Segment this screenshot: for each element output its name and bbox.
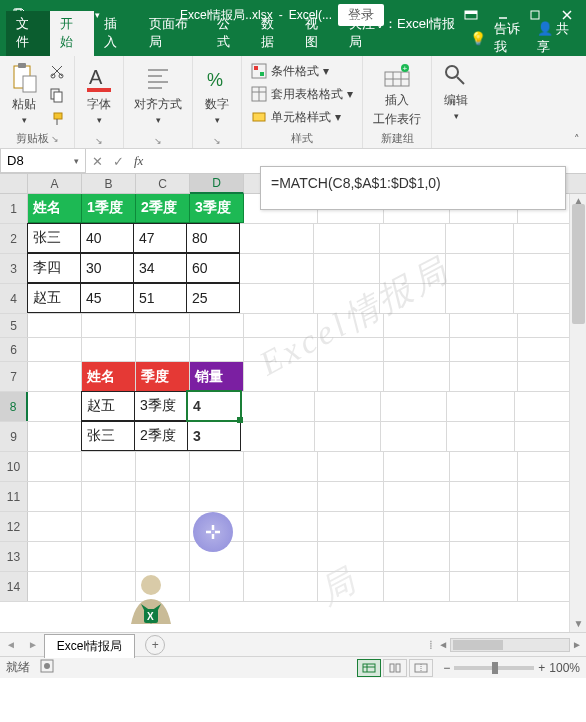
number-launcher-icon[interactable]: ↘ bbox=[213, 136, 221, 146]
tab-formulas[interactable]: 公式 bbox=[207, 11, 251, 56]
cell[interactable]: 季度 bbox=[136, 362, 190, 391]
row-header[interactable]: 7 bbox=[0, 362, 28, 391]
share-button[interactable]: 👤 共享 bbox=[537, 20, 578, 56]
tell-me-icon[interactable]: 💡 bbox=[470, 31, 486, 46]
cell[interactable]: 李四 bbox=[27, 253, 81, 283]
cell[interactable]: 姓名 bbox=[28, 194, 82, 223]
cell-style-button[interactable]: 单元格样式 ▾ bbox=[248, 106, 356, 128]
font-button[interactable]: A字体▾ bbox=[81, 60, 117, 127]
tab-attention[interactable]: 关注V：Excel情报局 bbox=[339, 11, 469, 56]
conditional-format-button[interactable]: 条件格式 ▾ bbox=[248, 60, 356, 82]
sheet-tab[interactable]: Excel情报局 bbox=[44, 634, 135, 658]
table-format-button[interactable]: 套用表格格式 ▾ bbox=[248, 83, 356, 105]
tab-home[interactable]: 开始 bbox=[50, 11, 94, 56]
paste-button[interactable]: 粘贴▾ bbox=[6, 60, 42, 127]
cell[interactable]: 赵五 bbox=[27, 283, 81, 313]
spreadsheet-grid[interactable]: Excel情报局 局 A B C D E F G H 1 姓名 1季度 2季度 … bbox=[0, 174, 586, 632]
zoom-slider[interactable] bbox=[454, 666, 534, 670]
fx-icon[interactable]: fx bbox=[134, 153, 143, 169]
cell[interactable]: 40 bbox=[80, 223, 134, 253]
cell[interactable]: 张三 bbox=[27, 223, 81, 253]
cell[interactable]: 30 bbox=[80, 253, 134, 283]
cell[interactable]: 姓名 bbox=[82, 362, 136, 391]
cell[interactable]: 51 bbox=[133, 283, 187, 313]
col-header[interactable]: C bbox=[136, 174, 190, 193]
tell-me[interactable]: 告诉我 bbox=[494, 20, 529, 56]
tab-data[interactable]: 数据 bbox=[251, 11, 295, 56]
row-header[interactable]: 12 bbox=[0, 512, 28, 541]
row-header[interactable]: 14 bbox=[0, 572, 28, 601]
cell[interactable]: 34 bbox=[133, 253, 187, 283]
col-header[interactable]: D bbox=[190, 174, 244, 194]
row-header[interactable]: 1 bbox=[0, 194, 28, 223]
zoom-out-icon[interactable]: − bbox=[443, 661, 450, 675]
row-header[interactable]: 11 bbox=[0, 482, 28, 511]
font-launcher-icon[interactable]: ↘ bbox=[95, 136, 103, 146]
cell[interactable]: 80 bbox=[186, 223, 240, 253]
number-button[interactable]: %数字▾ bbox=[199, 60, 235, 127]
format-painter-icon[interactable] bbox=[46, 108, 68, 130]
cell[interactable]: 2季度 bbox=[136, 194, 190, 223]
active-cell[interactable]: 4 bbox=[187, 391, 241, 421]
zoom-in-icon[interactable]: + bbox=[538, 661, 545, 675]
tab-view[interactable]: 视图 bbox=[295, 11, 339, 56]
cell[interactable]: 1季度 bbox=[82, 194, 136, 223]
copy-icon[interactable] bbox=[46, 84, 68, 106]
clipboard-launcher-icon[interactable]: ↘ bbox=[51, 134, 59, 144]
vertical-scrollbar[interactable]: ▲ ▼ bbox=[569, 194, 586, 632]
cut-icon[interactable] bbox=[46, 60, 68, 82]
alignment-button[interactable]: 对齐方式▾ bbox=[130, 60, 186, 127]
zoom-value[interactable]: 100% bbox=[549, 661, 580, 675]
row-header[interactable]: 6 bbox=[0, 338, 28, 361]
view-pagelayout-icon[interactable] bbox=[383, 659, 407, 677]
cursor-highlight-icon bbox=[193, 512, 233, 552]
tab-file[interactable]: 文件 bbox=[6, 11, 50, 56]
add-sheet-icon[interactable]: + bbox=[145, 635, 165, 655]
horizontal-scrollbar[interactable] bbox=[450, 638, 570, 652]
row-header[interactable]: 10 bbox=[0, 452, 28, 481]
scroll-down-icon[interactable]: ▼ bbox=[570, 615, 586, 632]
view-pagebreak-icon[interactable] bbox=[409, 659, 433, 677]
enter-formula-icon[interactable]: ✓ bbox=[113, 154, 124, 169]
cell[interactable]: 3季度 bbox=[190, 194, 244, 223]
hscroll-right-icon[interactable]: ► bbox=[572, 639, 582, 650]
col-header[interactable]: B bbox=[82, 174, 136, 193]
cell[interactable]: 张三 bbox=[81, 421, 135, 451]
row-header[interactable]: 4 bbox=[0, 284, 28, 313]
sheet-nav-prev-icon[interactable]: ◄ bbox=[0, 639, 22, 650]
row-header[interactable]: 8 bbox=[0, 392, 28, 421]
editing-button[interactable]: 编辑▾ bbox=[438, 60, 474, 123]
scroll-thumb[interactable] bbox=[572, 204, 585, 324]
hscroll-left-icon[interactable]: ◄ bbox=[438, 639, 448, 650]
cell[interactable]: 销量 bbox=[190, 362, 244, 391]
macro-record-icon[interactable] bbox=[40, 659, 54, 676]
tab-page-layout[interactable]: 页面布局 bbox=[139, 11, 207, 56]
select-all-corner[interactable] bbox=[0, 174, 28, 193]
namebox-dropdown-icon[interactable]: ▾ bbox=[74, 156, 79, 166]
group-editing: 编辑▾ bbox=[432, 56, 480, 148]
cell[interactable]: 60 bbox=[186, 253, 240, 283]
cell[interactable]: 25 bbox=[186, 283, 240, 313]
col-header[interactable]: A bbox=[28, 174, 82, 193]
cell[interactable]: 2季度 bbox=[134, 421, 188, 451]
tab-insert[interactable]: 插入 bbox=[94, 11, 138, 56]
row-header[interactable]: 2 bbox=[0, 224, 28, 253]
cell[interactable]: 赵五 bbox=[81, 391, 135, 421]
cell[interactable]: 45 bbox=[80, 283, 134, 313]
row-header[interactable]: 3 bbox=[0, 254, 28, 283]
svg-point-39 bbox=[44, 663, 50, 669]
align-launcher-icon[interactable]: ↘ bbox=[154, 136, 162, 146]
name-box[interactable]: D8▾ bbox=[0, 149, 86, 173]
cancel-formula-icon[interactable]: ✕ bbox=[92, 154, 103, 169]
view-normal-icon[interactable] bbox=[357, 659, 381, 677]
row-header[interactable]: 13 bbox=[0, 542, 28, 571]
formula-input[interactable]: =MATCH(C8,$A$1:$D$1,0) bbox=[260, 166, 566, 210]
collapse-ribbon-icon[interactable]: ˄ bbox=[574, 133, 580, 146]
cell[interactable]: 3 bbox=[187, 421, 241, 451]
sheet-nav-next-icon[interactable]: ► bbox=[22, 639, 44, 650]
row-header[interactable]: 5 bbox=[0, 314, 28, 337]
row-header[interactable]: 9 bbox=[0, 422, 28, 451]
insert-cells-button[interactable]: +插入工作表行 bbox=[369, 60, 425, 130]
cell[interactable]: 47 bbox=[133, 223, 187, 253]
cell[interactable]: 3季度 bbox=[134, 391, 188, 421]
